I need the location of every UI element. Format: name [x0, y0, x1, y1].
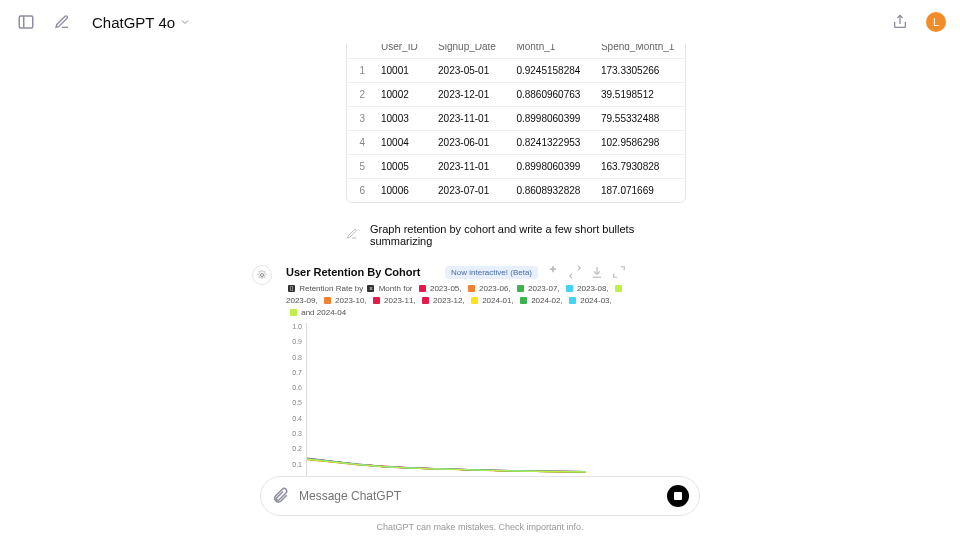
message-input[interactable] [299, 489, 657, 503]
topbar-right: L [888, 10, 946, 34]
message-composer[interactable] [260, 476, 700, 516]
top-bar: ChatGPT 4o L [0, 0, 960, 44]
model-label: ChatGPT 4o [92, 14, 175, 31]
table-header: User_ID [371, 44, 428, 59]
table-row[interactable]: 3100032023-11-010.899806039979.55332488 [347, 107, 685, 131]
table-row[interactable]: 1100012023-05-010.9245158284173.3305266 [347, 59, 685, 83]
table-row[interactable]: 5100052023-11-010.8998060399163.7930828 [347, 155, 685, 179]
chart-title: User Retention By Cohort [286, 266, 420, 278]
footer-note: ChatGPT can make mistakes. Check importa… [0, 522, 960, 532]
interactive-badge[interactable]: Now interactive! (Beta) [445, 266, 538, 279]
table-header: Month_1 [506, 44, 591, 59]
table-row[interactable]: 2100022023-12-010.886096076339.5198512 [347, 83, 685, 107]
gpt-logo-icon [252, 265, 272, 285]
expand-icon[interactable] [612, 265, 626, 279]
share-icon[interactable] [888, 10, 912, 34]
y-axis: 1.00.90.80.70.60.50.40.30.20.10.0 [288, 323, 302, 483]
topbar-left: ChatGPT 4o [14, 10, 197, 35]
new-chat-icon[interactable] [50, 10, 74, 34]
toggle-icon[interactable] [568, 265, 582, 279]
avatar[interactable]: L [926, 12, 946, 32]
conversation-area: User_IDSignup_DateMonth_1Spend_Month_1 1… [0, 44, 960, 504]
download-icon[interactable] [590, 265, 604, 279]
chevron-down-icon [179, 16, 191, 28]
user-prompt-text: Graph retention by cohort and write a fe… [370, 223, 686, 247]
model-switcher[interactable]: ChatGPT 4o [86, 10, 197, 35]
data-table[interactable]: User_IDSignup_DateMonth_1Spend_Month_1 1… [346, 44, 686, 203]
stop-button[interactable] [667, 485, 689, 507]
table-header [347, 44, 371, 59]
table-header: Signup_Date [428, 44, 506, 59]
composer-area: ChatGPT can make mistakes. Check importa… [0, 476, 960, 532]
assistant-message: User Retention By Cohort Now interactive… [286, 265, 626, 504]
response-header: User Retention By Cohort Now interactive… [286, 265, 626, 279]
sidebar-toggle-icon[interactable] [14, 10, 38, 34]
svg-rect-0 [19, 16, 33, 28]
table-row[interactable]: 6100062023-07-010.8608932828187.071669 [347, 179, 685, 203]
chart-legend: ▯ Retention Rate by x Month for 2023-05,… [286, 283, 626, 319]
edit-icon[interactable] [346, 226, 358, 244]
table-header: Spend_Month_1 [591, 44, 685, 59]
svg-point-3 [261, 274, 264, 277]
plot-area [306, 323, 586, 483]
table-row[interactable]: 4100042023-06-010.8241322953102.9586298 [347, 131, 685, 155]
attach-icon[interactable] [271, 487, 289, 505]
user-message: Graph retention by cohort and write a fe… [346, 223, 686, 247]
chart-plot[interactable]: 1.00.90.80.70.60.50.40.30.20.10.0 123456… [302, 323, 602, 491]
sparkle-icon[interactable] [546, 265, 560, 279]
